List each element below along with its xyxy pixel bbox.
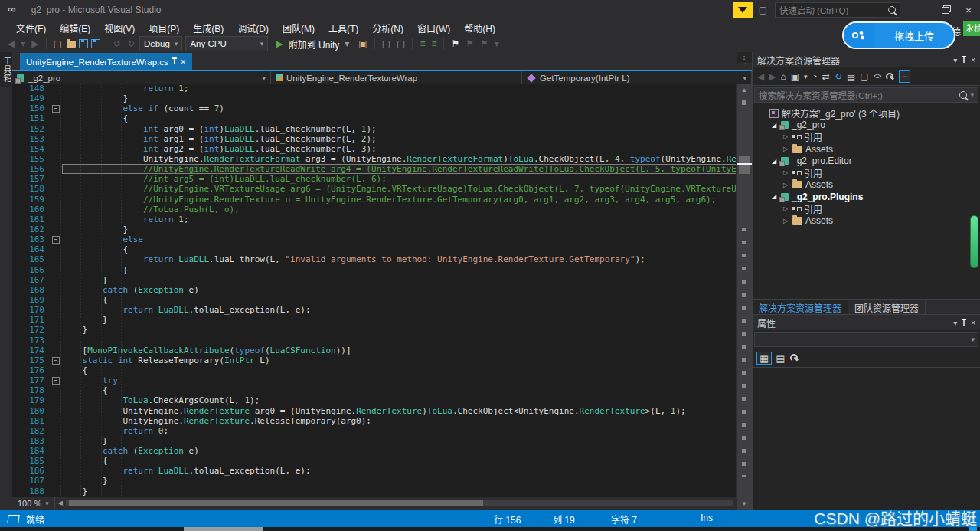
menu-project[interactable]: 项目(P) [142,21,186,34]
menu-view[interactable]: 视图(V) [97,21,142,34]
categorized-icon[interactable]: ▦ [756,352,772,365]
split-editor-handle[interactable]: ↕ [737,52,752,63]
save-all-icon[interactable] [91,39,100,48]
new-project-icon[interactable]: ▢ [52,38,64,49]
redo-icon[interactable]: ↻ [126,38,136,49]
tree-item[interactable]: ▷Assets [753,215,980,227]
code-line-159[interactable]: 159 //UnityEngine.RenderTexture o = Unit… [12,195,737,205]
code-line-170[interactable]: 170 return LuaDLL.toluaL_exception(L, e)… [12,305,737,315]
code-line-174[interactable]: 174 [MonoPInvokeCallbackAttribute(typeof… [12,346,737,356]
chevron-down-icon[interactable]: ▾ [804,73,808,80]
code-line-166[interactable]: 166 } [12,265,737,275]
code-line-181[interactable]: 181 UnityEngine.RenderTexture.ReleaseTem… [12,416,737,426]
increase-indent-icon[interactable]: ≡ [430,38,438,49]
collapse-region-icon[interactable]: − [52,105,60,113]
scroll-down-icon[interactable]: ▼ [737,500,752,507]
tab-team-explorer[interactable]: 团队资源管理器 [848,300,926,315]
document-tab[interactable]: UnityEngine_RenderTextureWrap.cs × [20,53,192,70]
editor-vertical-scrollbar[interactable]: ↕ ▲ ▼ [736,84,752,510]
collapsed-expander-icon[interactable]: ▷ [782,218,789,225]
horizontal-scroll-thumb[interactable] [69,500,483,506]
preview-selected-items-icon[interactable]: ▢ [860,71,868,82]
panel-scrollbar-thumb[interactable] [970,215,978,268]
collapsed-expander-icon[interactable]: ▷ [782,182,789,188]
tree-item[interactable]: ▷引用 [753,203,980,215]
navigate-back-icon[interactable]: ◀ [6,38,16,49]
horizontal-scrollbar[interactable] [66,500,733,506]
show-all-files-icon[interactable]: − [899,70,910,83]
expanded-expander-icon[interactable]: ◢ [770,193,778,200]
prev-bookmark-icon[interactable]: ⚑ [464,38,475,49]
open-file-icon[interactable] [67,41,76,48]
platform-dropdown[interactable]: Any CPU ▾ [185,36,268,51]
next-bookmark-icon[interactable]: ⚑ [479,38,490,49]
tree-item[interactable]: ▷引用 [753,167,980,179]
dropdown-icon[interactable]: ▾ [19,38,27,49]
tab-close-icon[interactable]: × [181,57,186,67]
decrease-indent-icon[interactable]: ≡ [418,38,426,49]
pin-icon[interactable] [963,319,965,327]
tree-item[interactable]: ▷Assets [753,179,980,192]
code-line-168[interactable]: 168 catch (Exception e) [12,285,737,295]
switch-views-icon[interactable]: ▣ [791,71,799,82]
expanded-expander-icon[interactable]: ◢ [770,122,778,129]
code-line-156[interactable]: 156 //UnityEngine.RenderTextureReadWrite… [12,164,737,174]
code-line-167[interactable]: 167 } [12,275,737,285]
collapse-all-icon[interactable]: ▤ [847,71,855,82]
code-line-150[interactable]: 150− else if (count == 7) [12,103,737,113]
window-position-dropdown-icon[interactable]: ▾ [953,319,957,327]
tree-item[interactable]: ▷Assets [753,143,980,156]
scroll-up-icon[interactable]: ▲ [737,87,752,93]
code-line-163[interactable]: 163− else [12,234,737,244]
minimize-button[interactable]: – [911,1,934,19]
code-line-153[interactable]: 153 int arg1 = (int)LuaDLL.luaL_checknum… [12,134,737,144]
window-position-dropdown-icon[interactable]: ▾ [953,56,957,64]
code-line-169[interactable]: 169 { [12,295,737,305]
collapse-region-icon[interactable]: − [52,236,60,244]
close-icon[interactable]: × [971,56,975,64]
refresh-icon[interactable]: ↻ [835,71,842,82]
code-line-152[interactable]: 152 int arg0 = (int)LuaDLL.luaL_checknum… [12,124,737,134]
funnel-button[interactable] [733,2,753,18]
code-line-149[interactable]: 149 } [12,93,737,103]
code-line-176[interactable]: 176 { [12,365,737,375]
code-line-184[interactable]: 184 catch (Exception e) [12,446,737,456]
code-line-154[interactable]: 154 int arg2 = (int)LuaDLL.luaL_checknum… [12,144,737,154]
undo-icon[interactable]: ↺ [112,38,122,49]
code-line-178[interactable]: 178 { [12,385,737,395]
find-in-files-icon[interactable]: ▣ [357,38,368,49]
tab-solution-explorer[interactable]: 解决方案资源管理器 [753,300,848,315]
menu-team[interactable]: 团队(M) [276,21,322,34]
tree-item[interactable]: ◢_g2_pro.Plugins [753,191,980,203]
breadcrumb-type-dropdown[interactable]: UnityEngine_RenderTextureWrap [271,71,522,84]
expanded-expander-icon[interactable]: ◢ [770,158,778,165]
code-line-182[interactable]: 182 return 0; [12,426,737,436]
menu-analyze[interactable]: 分析(N) [365,21,410,34]
properties-wrench-icon[interactable] [885,72,894,81]
solution-config-dropdown[interactable]: Debug ▾ [139,36,182,51]
zoom-dropdown[interactable]: 100 % ▾ [12,497,55,510]
alphabetical-icon[interactable]: ▤ [776,352,785,364]
drag-upload-button[interactable]: 拖拽上传 [842,21,956,49]
feedback-icon[interactable]: ▢ [759,5,767,15]
home-icon[interactable]: ⌂ [780,71,786,82]
back-icon[interactable]: ◀ [757,71,764,82]
code-line-172[interactable]: 172 } [12,325,737,335]
code-line-160[interactable]: 160 //ToLua.Push(L, o); [12,205,737,215]
copy-icon[interactable]: ▢ [395,38,407,49]
code-line-162[interactable]: 162 } [12,225,737,234]
collapsed-expander-icon[interactable]: ▷ [782,169,789,176]
code-editor[interactable]: 148 return 1;149 }150− else if (count ==… [12,84,737,497]
menu-debug[interactable]: 调试(D) [230,21,276,34]
code-line-179[interactable]: 179 ToLua.CheckArgsCount(L, 1); [12,395,737,405]
close-icon[interactable]: × [971,319,975,327]
code-line-188[interactable]: 188 } [12,487,737,497]
collapsed-expander-icon[interactable]: ▷ [782,146,789,152]
code-line-164[interactable]: 164 { [12,244,737,254]
pin-icon[interactable] [174,59,175,64]
menu-tools[interactable]: 工具(T) [322,21,365,34]
quick-launch-input[interactable]: 快速启动 (Ctrl+Q) [775,2,900,18]
tree-item[interactable]: 解决方案'_g2_pro' (3 个项目) [753,107,980,120]
code-line-186[interactable]: 186 return LuaDLL.toluaL_exception(L, e)… [12,466,737,476]
save-icon[interactable] [79,39,88,48]
